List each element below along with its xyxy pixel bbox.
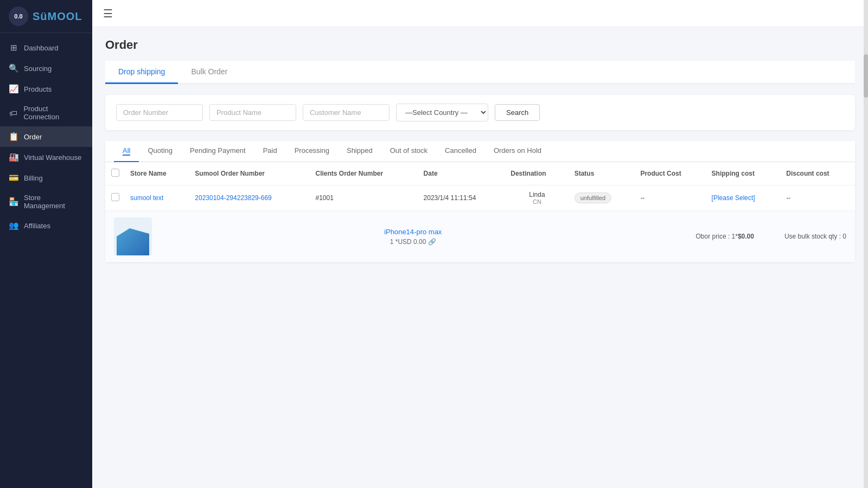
sidebar-label-affiliates: Affiliates <box>24 222 50 230</box>
product-info: iPhone14-pro max 1 *USD 0.00 🔗 <box>161 228 666 246</box>
sidebar-item-sourcing[interactable]: 🔍 Sourcing <box>0 58 92 79</box>
sidebar-item-product-connection[interactable]: 🏷 Product Connection <box>0 99 92 126</box>
discount-cost: -- <box>781 185 855 211</box>
sidebar-item-virtual-warehouse[interactable]: 🏭 Virtual Warehouse <box>0 147 92 168</box>
country-select[interactable]: —Select Country —United StatesUnited Kin… <box>396 104 488 121</box>
status-badge: unfulfilled <box>575 192 611 203</box>
col-header-sumool-order-number: Sumool Order Number <box>189 162 310 185</box>
order-date: 2023/1/4 11:11:54 <box>418 185 506 211</box>
main-tab-bulk-order[interactable]: Bulk Order <box>178 61 240 84</box>
sidebar-label-products: Products <box>24 85 52 93</box>
product-qty: 1 *USD 0.00 🔗 <box>161 238 666 246</box>
col-header-destination: Destination <box>505 162 569 185</box>
product-detail-cell: iPhone14-pro max 1 *USD 0.00 🔗 Obor pric… <box>105 211 855 262</box>
table-row: sumool text20230104-294223829-669#100120… <box>105 185 855 211</box>
obor-amount: $0.00 <box>738 233 754 240</box>
order-table-wrapper: AllQuotingPending PaymentPaidProcessingS… <box>105 141 855 262</box>
product-thumbnail <box>114 217 152 255</box>
product-price-info: Obor price : 1*$0.00 <box>696 233 754 240</box>
col-header-discount-cost: Discount cost <box>781 162 855 185</box>
product-detail-row: iPhone14-pro max 1 *USD 0.00 🔗 Obor pric… <box>105 211 855 262</box>
affiliates-icon: 👥 <box>9 221 18 230</box>
sourcing-icon: 🔍 <box>9 63 18 73</box>
main-tab-drop-shipping[interactable]: Drop shipping <box>105 61 178 84</box>
store-name-link[interactable]: sumool text <box>130 194 163 202</box>
product-cost: -- <box>635 185 706 211</box>
main-area: ☰ Order Drop shippingBulk Order —Select … <box>92 0 868 488</box>
sidebar-label-billing: Billing <box>24 174 43 182</box>
dashboard-icon: ⊞ <box>9 43 18 53</box>
col-header-date: Date <box>418 162 506 185</box>
sidebar-label-product-connection: Product Connection <box>23 105 84 121</box>
topbar: ☰ <box>92 0 868 27</box>
shipping-cost[interactable]: [Please Select] <box>706 185 781 211</box>
order-tab-all[interactable]: All <box>114 141 139 162</box>
sidebar-label-dashboard: Dashboard <box>24 44 59 52</box>
sidebar-label-sourcing: Sourcing <box>24 65 52 73</box>
sidebar-label-virtual-warehouse: Virtual Warehouse <box>24 153 81 162</box>
logo: 0.0 SüMOOL <box>0 0 92 33</box>
order-tab-pending-payment[interactable]: Pending Payment <box>181 141 254 162</box>
order-table: Store NameSumool Order NumberClients Ord… <box>105 162 855 262</box>
sidebar-item-affiliates[interactable]: 👥 Affiliates <box>0 215 92 236</box>
order-number-input[interactable] <box>116 104 203 121</box>
select-all-checkbox[interactable] <box>111 169 119 177</box>
store-management-icon: 🏪 <box>9 197 18 207</box>
bulk-stock-qty: 0 <box>843 233 846 240</box>
order-tab-processing[interactable]: Processing <box>286 141 338 162</box>
sidebar-item-store-management[interactable]: 🏪 Store Management <box>0 188 92 215</box>
col-header-shipping-cost: Shipping cost <box>706 162 781 185</box>
destination-country: CN <box>510 198 563 205</box>
content-area: Order Drop shippingBulk Order —Select Co… <box>92 27 868 488</box>
scrollbar-thumb[interactable] <box>864 54 868 98</box>
sidebar-item-products[interactable]: 📈 Products <box>0 79 92 99</box>
product-detail: iPhone14-pro max 1 *USD 0.00 🔗 Obor pric… <box>114 217 846 255</box>
bulk-stock-info: Use bulk stock qty : 0 <box>784 233 846 240</box>
col-header-product-cost: Product Cost <box>635 162 706 185</box>
sidebar-label-store-management: Store Management <box>24 194 84 210</box>
clients-order-number: #1001 <box>310 185 418 211</box>
products-icon: 📈 <box>9 84 18 94</box>
order-tab-shipped[interactable]: Shipped <box>338 141 381 162</box>
customer-name-input[interactable] <box>303 104 390 121</box>
sidebar-item-order[interactable]: 📋 Order <box>0 126 92 147</box>
order-tabs: AllQuotingPending PaymentPaidProcessingS… <box>105 141 855 162</box>
logo-text: SüMOOL <box>33 10 82 23</box>
sidebar: 0.0 SüMOOL ⊞ Dashboard🔍 Sourcing📈 Produc… <box>0 0 92 488</box>
order-tab-cancelled[interactable]: Cancelled <box>436 141 485 162</box>
order-tab-out-of-stock[interactable]: Out of stock <box>381 141 436 162</box>
virtual-warehouse-icon: 🏭 <box>9 152 18 162</box>
filter-bar: —Select Country —United StatesUnited Kin… <box>105 95 855 130</box>
page-title: Order <box>105 38 855 52</box>
hamburger-icon[interactable]: ☰ <box>103 7 113 20</box>
order-icon: 📋 <box>9 132 18 142</box>
destination-cell: LindaCN <box>505 185 569 211</box>
billing-icon: 💳 <box>9 173 18 183</box>
scrollbar[interactable] <box>864 0 868 488</box>
shipping-select-link[interactable]: [Please Select] <box>712 194 755 202</box>
status-cell: unfulfilled <box>569 185 635 211</box>
sidebar-item-dashboard[interactable]: ⊞ Dashboard <box>0 37 92 58</box>
main-tab-bar: Drop shippingBulk Order <box>105 61 855 84</box>
product-connection-icon: 🏷 <box>9 108 18 118</box>
row-checkbox[interactable] <box>111 193 119 201</box>
col-header-status: Status <box>569 162 635 185</box>
product-image <box>117 228 149 255</box>
search-button[interactable]: Search <box>495 104 540 121</box>
sidebar-item-billing[interactable]: 💳 Billing <box>0 168 92 188</box>
destination-name: Linda <box>510 191 563 198</box>
order-tab-quoting[interactable]: Quoting <box>139 141 181 162</box>
edit-icon[interactable]: 🔗 <box>428 238 436 246</box>
col-header-clients-order-number: Clients Order Number <box>310 162 418 185</box>
sumool-order-link[interactable]: 20230104-294223829-669 <box>195 194 271 202</box>
col-header-checkbox <box>105 162 125 185</box>
col-header-store-name: Store Name <box>125 162 189 185</box>
sidebar-nav: ⊞ Dashboard🔍 Sourcing📈 Products🏷 Product… <box>0 33 92 240</box>
logo-icon: 0.0 <box>9 7 28 26</box>
product-name-link[interactable]: iPhone14-pro max <box>161 228 666 236</box>
order-tab-paid[interactable]: Paid <box>254 141 286 162</box>
sidebar-label-order: Order <box>24 133 42 141</box>
product-name-input[interactable] <box>209 104 296 121</box>
order-tab-orders-on-hold[interactable]: Orders on Hold <box>485 141 550 162</box>
